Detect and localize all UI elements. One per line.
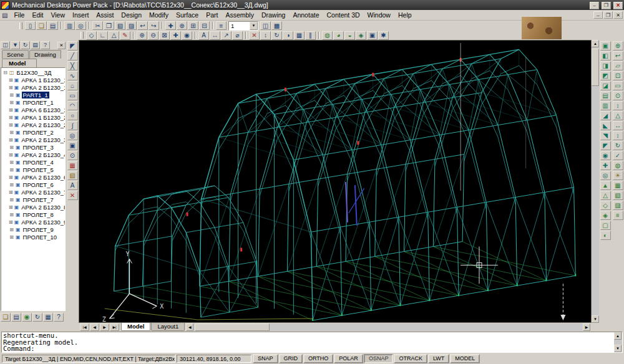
menu-item-design[interactable]: Design bbox=[117, 11, 145, 19]
layer-states-icon[interactable]: ◫ bbox=[260, 21, 271, 30]
zoom-window-icon[interactable]: ⊞ bbox=[188, 21, 198, 30]
tree-expander-icon[interactable]: ⊞ bbox=[9, 234, 14, 240]
tree-item[interactable]: ⊞▣АРКА 2 Б1230_8 bbox=[1, 203, 65, 211]
tree-item[interactable]: ⊞▣АРКА 2 Б1230_2 bbox=[1, 121, 65, 128]
drawing-canvas[interactable]: YXZ bbox=[79, 41, 591, 322]
layout-tab-layout1[interactable]: Layout1 bbox=[151, 323, 185, 331]
menu-item-annotate[interactable]: Annotate bbox=[289, 11, 323, 19]
array-icon[interactable]: ▦ bbox=[294, 31, 305, 40]
undo-icon[interactable]: ↩ bbox=[137, 21, 148, 30]
zoom-out-icon[interactable]: ⊖ bbox=[148, 31, 158, 40]
tree-item[interactable]: ⊞▣АРКА 2 Б1230_6 bbox=[1, 173, 65, 181]
tree-expander-icon[interactable]: ⊞ bbox=[9, 85, 13, 90]
ucs-face-icon[interactable]: ▱ bbox=[613, 61, 623, 70]
menu-item-file[interactable]: File bbox=[10, 11, 28, 19]
desktop-update-icon[interactable]: ↻ bbox=[32, 313, 42, 322]
ucs-y-icon[interactable]: ↕ bbox=[613, 131, 623, 140]
arc-icon[interactable]: ◠ bbox=[67, 101, 78, 110]
scroll-down-icon[interactable]: ▼ bbox=[614, 345, 622, 352]
render-tool-icon[interactable]: ◍ bbox=[613, 161, 623, 170]
menu-item-view[interactable]: View bbox=[47, 11, 69, 19]
scroll-up-icon[interactable]: ▲ bbox=[592, 40, 599, 47]
tree-expander-icon[interactable]: ⊞ bbox=[9, 115, 13, 120]
lights-icon[interactable]: ☀ bbox=[613, 171, 623, 180]
diameter-icon[interactable]: ⌀ bbox=[232, 31, 243, 40]
tree-expander-icon[interactable]: ⊞ bbox=[9, 107, 13, 113]
tree-item-label[interactable]: АРКА 2 Б1230_4 bbox=[20, 151, 66, 158]
tree-item[interactable]: ⊞▣АРКА 2 Б1230_1 bbox=[1, 84, 65, 91]
layer-combo[interactable]: 1▼ bbox=[228, 21, 258, 31]
tree-item-label[interactable]: PART1_1 bbox=[22, 92, 49, 98]
view-sw-iso-icon[interactable]: ◢ bbox=[600, 111, 611, 120]
fly-icon[interactable]: △ bbox=[600, 191, 611, 200]
command-window[interactable]: shortcut-menu.Regenerating model.Command… bbox=[1, 332, 623, 353]
tree-item[interactable]: ⊞▣ПРОЛЕТ_5 bbox=[1, 166, 65, 173]
walk-icon[interactable]: ▲ bbox=[600, 181, 611, 190]
browser-tab-scene[interactable]: Scene bbox=[2, 50, 29, 59]
pan-icon[interactable]: ✚ bbox=[165, 21, 176, 30]
view-nw-iso-icon[interactable]: ◤ bbox=[600, 141, 611, 150]
doc-restore-button[interactable]: ❐ bbox=[603, 11, 613, 19]
tree-item[interactable]: ⊞▣ПРОЛЕТ_4 bbox=[1, 158, 65, 166]
options-icon[interactable]: ✱ bbox=[378, 31, 389, 40]
tree-item[interactable]: ⊞▣PART1_1 bbox=[1, 91, 65, 98]
tree-item[interactable]: ⊞▣ПРОЛЕТ_8 bbox=[1, 211, 65, 218]
polygon-icon[interactable]: ⌂ bbox=[67, 81, 78, 90]
point-icon[interactable]: ⊙ bbox=[67, 151, 78, 160]
tree-item[interactable]: ⊞▣ПРОЛЕТ_2 bbox=[1, 128, 65, 136]
line-icon[interactable]: ╱ bbox=[67, 51, 78, 60]
tree-expander-icon[interactable]: ⊞ bbox=[9, 122, 13, 128]
tree-item[interactable]: ⊞▣АРКА 2 Б1230_4 bbox=[1, 151, 65, 158]
tree-item-label[interactable]: АРКА 2 Б1230_1 bbox=[20, 84, 66, 91]
view-se-iso-icon[interactable]: ◣ bbox=[600, 121, 611, 130]
materials-icon[interactable]: ▦ bbox=[613, 181, 623, 190]
ucs-previous-icon[interactable]: ↩ bbox=[613, 51, 623, 60]
tree-item-label[interactable]: ПРОЛЕТ_3 bbox=[22, 144, 55, 151]
circle-icon[interactable]: ○ bbox=[67, 111, 78, 120]
print-preview-icon[interactable]: ◎ bbox=[76, 21, 86, 30]
tree-item[interactable]: ⊞▣ПРОЛЕТ_3 bbox=[1, 143, 65, 151]
text-icon[interactable]: A bbox=[198, 31, 209, 40]
dimension-icon[interactable]: ↔ bbox=[210, 31, 220, 40]
select-icon[interactable]: ◤ bbox=[67, 41, 78, 50]
tree-expander-icon[interactable]: ⊞ bbox=[9, 130, 14, 135]
move-icon[interactable]: ↕ bbox=[260, 31, 271, 40]
scrollbar-track[interactable] bbox=[614, 340, 622, 345]
tree-item-label[interactable]: АРКА 2 Б1230_6 bbox=[20, 174, 66, 181]
view-left-icon[interactable]: ◩ bbox=[600, 71, 611, 80]
tab-first-icon[interactable]: |◀ bbox=[80, 323, 89, 331]
status-toggle-model[interactable]: MODEL bbox=[450, 354, 480, 363]
tree-item[interactable]: ⊞▣ПРОЛЕТ_1 bbox=[1, 98, 65, 106]
tree-item[interactable]: ⊞▣ПРОЛЕТ_9 bbox=[1, 226, 65, 233]
tree-expander-icon[interactable]: ⊞ bbox=[9, 160, 14, 165]
pan-3d-icon[interactable]: ✚ bbox=[600, 161, 611, 170]
desktop-save-icon[interactable]: ▤ bbox=[11, 313, 21, 322]
named-views-icon[interactable]: ▣ bbox=[367, 31, 378, 40]
toolbar-grip[interactable] bbox=[19, 22, 22, 29]
rotate-icon[interactable]: ↻ bbox=[271, 31, 282, 40]
rectangle-icon[interactable]: ▭ bbox=[67, 91, 78, 100]
paste-icon[interactable]: ▧ bbox=[115, 21, 125, 30]
menu-item-modify[interactable]: Modify bbox=[145, 11, 172, 19]
tree-item-label[interactable]: ПРОЛЕТ_10 bbox=[22, 234, 58, 241]
redraw-icon[interactable]: ✎ bbox=[120, 31, 130, 40]
scroll-up-icon[interactable]: ▲ bbox=[614, 332, 622, 340]
tree-item[interactable]: ⊞▣ПРОЛЕТ_7 bbox=[1, 196, 65, 203]
tree-expander-icon[interactable]: ⊞ bbox=[9, 219, 13, 225]
match-properties-icon[interactable]: ▨ bbox=[126, 21, 137, 30]
browser-options-icon[interactable]: ▤ bbox=[31, 41, 40, 49]
ucs-3point-icon[interactable]: △ bbox=[613, 111, 623, 120]
tree-expander-icon[interactable]: ⊞ bbox=[9, 204, 13, 210]
zoom-previous-icon[interactable]: ⊟ bbox=[199, 21, 210, 30]
ucs-object-icon[interactable]: ⊡ bbox=[613, 71, 623, 80]
hidden-view-icon[interactable]: ▢ bbox=[600, 221, 611, 230]
tree-expander-icon[interactable]: ⊞ bbox=[9, 197, 14, 203]
scroll-right-icon[interactable]: ▶ bbox=[583, 323, 590, 331]
tree-item-label[interactable]: АРКА 2 Б1230_9 bbox=[20, 219, 66, 226]
statistics-icon[interactable]: ≡ bbox=[613, 211, 623, 220]
tree-item-label[interactable]: ПРОЛЕТ_8 bbox=[22, 211, 55, 218]
browser-close-button[interactable]: ✕ bbox=[57, 42, 66, 49]
offset-icon[interactable]: ∥ bbox=[305, 31, 316, 40]
browser-tab-drawing[interactable]: Drawing bbox=[29, 50, 61, 59]
zoom-realtime-icon[interactable]: ⊕ bbox=[177, 21, 187, 30]
